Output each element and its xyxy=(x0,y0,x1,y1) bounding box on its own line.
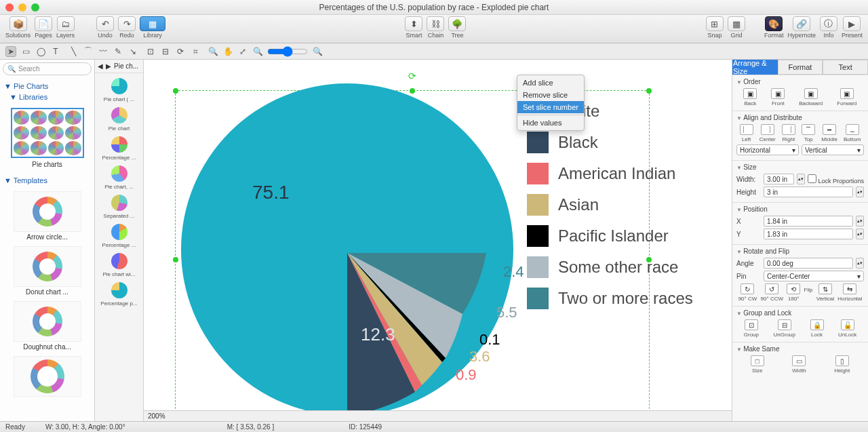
order-forward-button[interactable]: ▣ xyxy=(840,88,854,99)
group-button[interactable]: ⊡ xyxy=(745,319,758,330)
tree-pie-charts[interactable]: ▼ Pie Charts xyxy=(4,81,90,92)
align-top-button[interactable]: ⎺ xyxy=(802,124,815,135)
section-make-same[interactable]: Make Same xyxy=(736,345,864,353)
section-position[interactable]: Position xyxy=(736,205,864,213)
ungroup-button[interactable]: ⊟ xyxy=(778,319,791,330)
page-thumbnail[interactable]: Pie chart xyxy=(95,106,143,132)
same-height-button[interactable]: ▯ xyxy=(835,355,849,366)
tree-templates[interactable]: ▼ Templates xyxy=(4,175,90,186)
page-thumbnail[interactable]: Pie chart ( ... xyxy=(95,77,143,102)
align-left-button[interactable]: ⎸ xyxy=(740,124,753,135)
handle-n[interactable] xyxy=(410,88,415,94)
lock-button[interactable]: 🔒 xyxy=(810,319,824,330)
arc-tool-icon[interactable]: ⌒ xyxy=(83,46,94,57)
group-tool-icon[interactable]: ⊡ xyxy=(145,46,156,57)
zoom-fit-icon[interactable]: ⤢ xyxy=(237,46,248,57)
page-thumbnail[interactable]: Pie chart wi... xyxy=(95,252,143,277)
present-button[interactable]: ▶ xyxy=(843,16,861,31)
width-input[interactable]: 3.00 in xyxy=(764,174,794,184)
snap-button[interactable]: ⊞ xyxy=(706,16,724,31)
zoom-window-button[interactable] xyxy=(31,3,39,12)
rotate-cw-button[interactable]: ↻ xyxy=(741,283,754,294)
template-doughnut[interactable]: Doughnut cha... xyxy=(0,301,94,351)
zoom-slider[interactable] xyxy=(267,46,308,57)
crop-tool-icon[interactable]: ⌗ xyxy=(190,46,201,57)
rotate-ccw-button[interactable]: ↺ xyxy=(765,283,778,294)
ctx-set-slice-number[interactable]: Set slice number xyxy=(517,101,584,113)
line-tool-icon[interactable]: ╲ xyxy=(68,46,79,57)
format-button[interactable]: 🎨 xyxy=(765,16,783,31)
tab-text[interactable]: Text xyxy=(823,60,868,75)
handle-nw[interactable] xyxy=(173,88,178,94)
rotate-handle-icon[interactable]: ⟳ xyxy=(408,71,416,81)
section-group[interactable]: Group and Lock xyxy=(736,309,864,317)
library-button[interactable]: ▦ xyxy=(140,16,165,31)
redo-button[interactable]: ↷ xyxy=(118,16,136,31)
solutions-button[interactable]: 📦 xyxy=(9,16,27,31)
minimize-window-button[interactable] xyxy=(18,3,26,12)
zoom-indicator[interactable]: 200% xyxy=(144,410,732,421)
tab-arrange-size[interactable]: Arrange & Size xyxy=(732,60,778,75)
connector-tool-icon[interactable]: ↘ xyxy=(127,46,138,57)
library-pie-charts[interactable] xyxy=(11,108,84,158)
page-thumbnail[interactable]: Separated ... xyxy=(95,194,143,219)
unlock-button[interactable]: 🔓 xyxy=(841,319,854,330)
text-tool-icon[interactable]: T xyxy=(50,46,61,57)
x-stepper[interactable]: ▴▾ xyxy=(856,216,864,227)
width-stepper[interactable]: ▴▾ xyxy=(797,174,805,184)
template-extra[interactable] xyxy=(0,356,94,397)
pin-select[interactable]: Center-Center▾ xyxy=(764,271,864,281)
distribute-vertical-select[interactable]: Vertical▾ xyxy=(802,144,864,155)
hand-tool-icon[interactable]: ✋ xyxy=(222,46,233,57)
order-back-button[interactable]: ▣ xyxy=(743,88,757,99)
pointer-tool-icon[interactable]: ➤ xyxy=(5,46,16,57)
rect-tool-icon[interactable]: ▭ xyxy=(20,46,31,57)
height-stepper[interactable]: ▴▾ xyxy=(856,186,864,197)
order-front-button[interactable]: ▣ xyxy=(771,88,785,99)
page-thumbnail[interactable]: Percentage ... xyxy=(95,136,143,161)
ellipse-tool-icon[interactable]: ◯ xyxy=(35,46,46,57)
rotate-180-button[interactable]: ⟲ xyxy=(787,283,800,294)
pages-button[interactable]: 📄 xyxy=(35,16,52,31)
y-input[interactable]: 1.83 in xyxy=(764,229,853,239)
angle-stepper[interactable]: ▴▾ xyxy=(856,258,864,269)
lock-proportions-checkbox[interactable] xyxy=(808,174,816,183)
section-order[interactable]: Order xyxy=(736,78,864,85)
search-input[interactable]: 🔍 Search xyxy=(3,62,92,75)
section-align[interactable]: Align and Distribute xyxy=(736,114,864,121)
y-stepper[interactable]: ▴▾ xyxy=(856,229,864,239)
align-right-button[interactable]: ⎹ xyxy=(782,124,795,135)
same-size-button[interactable]: □ xyxy=(751,355,764,366)
hypernote-button[interactable]: 🔗 xyxy=(793,16,810,31)
page-thumbnail[interactable]: Percentage ... xyxy=(95,223,143,248)
handle-ne[interactable] xyxy=(646,88,652,94)
zoom-out-icon[interactable]: 🔍 xyxy=(252,46,263,57)
close-window-button[interactable] xyxy=(5,3,14,12)
template-arrow-circle[interactable]: Arrow circle... xyxy=(0,191,94,241)
same-width-button[interactable]: ▭ xyxy=(792,355,806,366)
template-donut[interactable]: Donut chart ... xyxy=(0,246,94,296)
page-thumbnail[interactable]: Pie chart, ... xyxy=(95,165,143,190)
align-center-button[interactable]: ⎹ xyxy=(761,124,774,135)
x-input[interactable]: 1.84 in xyxy=(764,216,853,227)
chain-button[interactable]: ⛓ xyxy=(427,16,444,31)
angle-input[interactable]: 0.00 deg xyxy=(764,258,853,269)
tree-libraries[interactable]: ▼ Libraries xyxy=(9,92,90,102)
tree-button[interactable]: 🌳 xyxy=(448,16,466,31)
align-middle-button[interactable]: ━ xyxy=(823,124,836,135)
flip-horizontal-button[interactable]: ⇆ xyxy=(843,283,856,294)
ctx-remove-slice[interactable]: Remove slice xyxy=(517,89,584,101)
height-input[interactable]: 3 in xyxy=(764,186,853,197)
info-button[interactable]: ⓘ xyxy=(820,16,837,31)
distribute-horizontal-select[interactable]: Horizontal▾ xyxy=(736,144,799,155)
undo-button[interactable]: ↶ xyxy=(96,16,114,31)
spline-tool-icon[interactable]: 〰 xyxy=(98,46,108,57)
handle-w[interactable] xyxy=(173,257,178,262)
smart-button[interactable]: ⬍ xyxy=(405,16,422,31)
section-size[interactable]: Size xyxy=(736,163,864,171)
order-backward-button[interactable]: ▣ xyxy=(804,88,818,99)
layers-button[interactable]: 🗂 xyxy=(57,16,75,31)
ctx-add-slice[interactable]: Add slice xyxy=(517,77,584,89)
canvas[interactable]: ⟳ 75.1 2.4 5.5 0.1 3.6 0.9 12.3 xyxy=(144,60,732,421)
rotate-tool-icon[interactable]: ⟳ xyxy=(175,46,186,57)
